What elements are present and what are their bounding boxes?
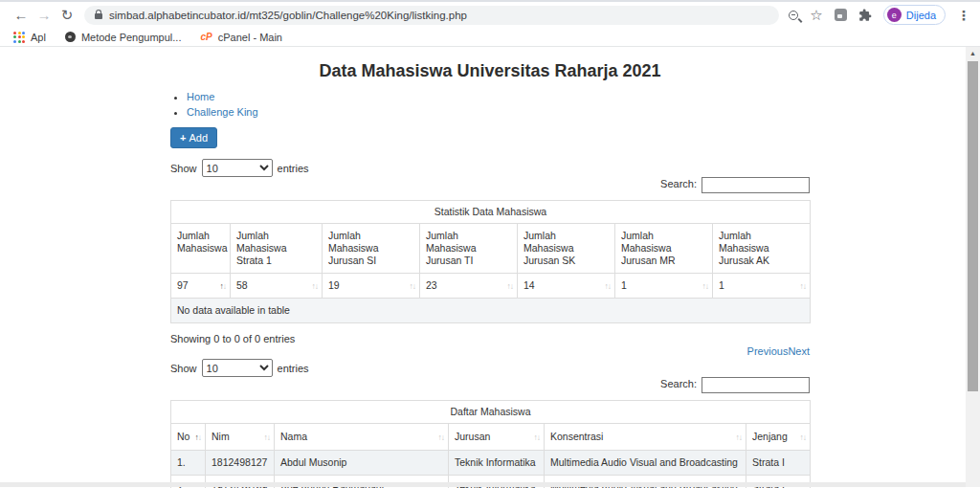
stats-length-control: Show 10 entries [170,159,810,177]
stats-value: 1 [621,279,627,291]
col-header-konsentrasi[interactable]: Konsentrasi ↑↓ [545,424,746,451]
add-button[interactable]: + Add [170,127,217,148]
browser-window: ← → ↻ simbad.alphabetincubator.id/mt325/… [0,0,980,487]
col-label: Nim [212,431,230,442]
search-label: Search: [660,378,697,389]
stats-search-input[interactable] [702,177,810,193]
sort-icon: ↑↓ [410,279,416,292]
stats-info: Showing 0 to 0 of 0 entries [170,333,810,344]
entries-label: entries [278,363,309,374]
stats-table-caption: Statistik Data Mahasiswa [171,201,811,224]
vertical-scrollbar[interactable]: ▲ [966,47,980,487]
empty-row: No data available in table [171,299,811,323]
table-row: 1. 1812498127 Abdul Musonip Teknik Infor… [171,451,811,476]
scroll-up-icon[interactable]: ▲ [966,47,980,60]
window-bottom-edge [0,482,966,487]
sort-icon: ↑↓ [195,431,202,443]
sort-icon: ↑↓ [605,279,612,292]
sort-icon: ↑↓ [312,279,319,292]
cell-nim: 1812498127 [206,451,275,476]
list-search-input[interactable] [702,377,810,393]
bookmarks-bar: Apl Metode Pengumpul... cP cPanel - Main [0,28,980,47]
stats-col-header: Jumlah Mahasiswa Jurusak AK [713,224,811,274]
nav-item: Challenge King [187,104,810,120]
add-button-label: Add [189,132,208,144]
stats-col-header: Jumlah Mahasiswa Strata 1 [231,224,323,274]
stats-value: 23 [426,279,437,291]
list-length-control: Show 10 entries [170,359,810,377]
bookmark-apl[interactable]: Apl [13,32,46,43]
lock-icon [95,13,102,19]
stats-caption-row: Statistik Data Mahasiswa [171,201,811,224]
nav-list: Home Challenge King [170,89,810,120]
col-header-jurusan[interactable]: Jurusan ↑↓ [449,424,545,451]
cell-jurusan: Teknik Informatika [449,451,545,476]
col-header-nim[interactable]: Nim ↑↓ [206,424,275,451]
stats-value-cell[interactable]: 97 ↑↓ [171,274,231,299]
profile-chip[interactable]: e Dijeda [883,5,946,25]
extension-icon[interactable] [835,9,847,21]
zoom-indicator-icon[interactable] [789,11,798,20]
list-caption-row: Daftar Mahasiswa [171,401,811,424]
sort-icon: ↑↓ [438,431,445,443]
stats-value-cell[interactable]: 58 ↑↓ [231,274,323,299]
address-bar[interactable]: simbad.alphabetincubator.id/mt325/goblin… [84,6,779,25]
reload-icon[interactable]: ↻ [56,2,78,28]
bookmark-label: Apl [31,32,46,43]
profile-name: Dijeda [906,10,936,21]
nav-link-home[interactable]: Home [187,91,214,102]
menu-dots-icon[interactable]: ⋮ [957,8,970,23]
stats-value-cell[interactable]: 19 ↑↓ [323,274,420,299]
stats-value: 58 [236,279,248,291]
bookmark-metode[interactable]: Metode Pengumpul... [65,32,182,43]
url-text[interactable]: simbad.alphabetincubator.id/mt325/goblin… [109,10,467,21]
bookmark-star-icon[interactable]: ☆ [810,8,822,22]
stats-pagination: PreviousNext [170,345,810,357]
bookmark-label: Metode Pengumpul... [81,32,182,43]
stats-value: 19 [328,279,340,291]
sort-icon: ↑↓ [736,431,743,443]
nav-item: Home [187,89,810,104]
stats-value: 14 [523,279,535,291]
browser-toolbar: ← → ↻ simbad.alphabetincubator.id/mt325/… [0,2,980,28]
stats-value-cell[interactable]: 14 ↑↓ [518,274,615,299]
list-table-caption: Daftar Mahasiswa [171,401,811,424]
sort-icon: ↑↓ [800,431,807,443]
scrollbar-thumb[interactable] [968,61,978,391]
stats-col-header: Jumlah Mahasiswa [171,224,231,274]
stats-value-cell[interactable]: 1 ↑↓ [615,274,713,299]
col-header-no[interactable]: No ↑↓ [171,424,206,451]
list-header-row: No ↑↓ Nim ↑↓ Nama ↑↓ Jurusan [171,424,811,451]
nav-link-challenge-king[interactable]: Challenge King [187,106,258,118]
col-label: Konsentrasi [550,431,603,442]
col-label: Nama [280,431,307,442]
bookmark-cpanel[interactable]: cP cPanel - Main [200,32,282,43]
search-label: Search: [660,178,697,189]
col-label: Jenjang [752,431,788,442]
list-page-length-select[interactable]: 10 [202,359,273,377]
back-icon[interactable]: ← [10,2,33,28]
stats-table: Statistik Data Mahasiswa Jumlah Mahasisw… [170,200,811,323]
apps-grid-icon [13,32,25,43]
list-filter: Search: [170,377,810,396]
stats-page-length-select[interactable]: 10 [202,159,273,177]
stats-value-cell[interactable]: 1 ↑↓ [713,274,811,299]
col-header-nama[interactable]: Nama ↑↓ [275,424,449,451]
forward-icon[interactable]: → [33,2,56,28]
stats-col-header: Jumlah Mahasiswa Jurusan SK [518,224,615,274]
sort-icon: ↑↓ [800,279,807,292]
next-button[interactable]: Next [788,345,810,357]
sort-icon: ↑↓ [220,279,227,292]
extensions-puzzle-icon[interactable] [858,9,872,22]
sort-icon: ↑↓ [507,279,514,292]
stats-value: 1 [719,279,724,291]
stats-col-header: Jumlah Mahasiswa Jurusan SI [323,224,420,274]
stats-col-header: Jumlah Mahasiswa Jurusan TI [420,224,518,274]
cell-jenjang: Strata I [746,451,811,476]
stats-value-cell[interactable]: 23 ↑↓ [420,274,518,299]
stats-filter: Search: [170,177,810,196]
col-header-jenjang[interactable]: Jenjang ↑↓ [746,424,811,451]
previous-button[interactable]: Previous [747,345,789,357]
col-label: No [177,431,189,442]
list-table: Daftar Mahasiswa No ↑↓ Nim ↑↓ Nama [170,400,811,488]
